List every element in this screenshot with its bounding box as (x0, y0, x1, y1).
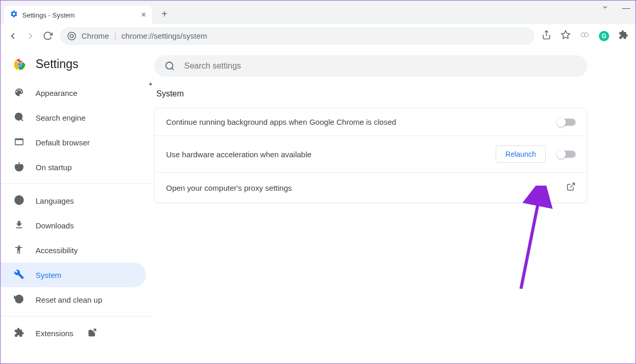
row-label: Continue running background apps when Go… (166, 118, 557, 126)
svg-line-18 (172, 68, 174, 70)
download-icon (14, 220, 24, 231)
sidebar-item-default-browser[interactable]: Default browser (1, 130, 146, 155)
svg-marker-3 (562, 31, 570, 39)
sidebar-item-label: On startup (36, 163, 72, 172)
back-button[interactable] (8, 31, 18, 41)
address-bar: Chrome | chrome://settings/system G (1, 24, 635, 48)
settings-row[interactable]: Open your computer's proxy settings (155, 173, 587, 203)
chrome-icon (67, 31, 76, 41)
new-tab-button[interactable]: + (161, 8, 168, 20)
sidebar-item-reset[interactable]: Reset and clean up (1, 287, 146, 312)
settings-row: Use hardware acceleration when available… (155, 136, 587, 173)
sidebar-item-label: Accessibility (36, 246, 78, 255)
svg-point-10 (15, 113, 22, 120)
browser-tab[interactable]: Settings - System × (4, 6, 152, 24)
external-link-icon (566, 182, 576, 193)
restore-icon (14, 294, 24, 306)
sidebar-item-on-startup[interactable]: On startup (1, 155, 146, 179)
sidebar-item-system[interactable]: System (1, 262, 146, 287)
sidebar-item-label: Appearance (36, 89, 77, 97)
settings-card: Continue running background apps when Go… (154, 108, 588, 203)
search-settings-box[interactable] (154, 55, 588, 77)
external-link-icon (88, 328, 97, 339)
svg-point-15 (18, 245, 20, 246)
sidebar-item-label: Reset and clean up (36, 295, 102, 304)
scroll-up-icon[interactable]: ▲ (148, 80, 153, 86)
sidebar-item-label: Languages (36, 196, 74, 205)
sidebar-item-downloads[interactable]: Downloads (1, 213, 146, 238)
svg-line-11 (21, 119, 23, 121)
forward-button[interactable] (25, 31, 36, 41)
browser-icon (14, 137, 24, 148)
wrench-icon (14, 269, 24, 281)
row-label: Use hardware acceleration when available (166, 150, 496, 159)
svg-point-9 (18, 63, 21, 65)
sidebar-item-label: Search engine (36, 113, 86, 122)
row-label: Open your computer's proxy settings (166, 184, 566, 192)
sidebar-item-label: Downloads (36, 221, 74, 230)
reload-button[interactable] (43, 31, 53, 41)
settings-row: Continue running background apps when Go… (155, 108, 587, 136)
power-icon (14, 161, 24, 173)
main-content: System Continue running background apps … (154, 48, 635, 363)
tab-title: Settings - System (22, 11, 137, 19)
close-tab-icon[interactable]: × (141, 10, 146, 20)
sidebar-item-extensions[interactable]: Extensions (1, 321, 146, 345)
svg-point-17 (166, 62, 173, 69)
gear-icon (10, 10, 18, 20)
sidebar-item-label: Extensions (36, 329, 73, 338)
sidebar-item-search-engine[interactable]: Search engine (1, 105, 146, 130)
sidebar-item-accessibility[interactable]: Accessibility (1, 238, 146, 262)
palette-icon (14, 87, 24, 99)
bookmark-icon[interactable] (561, 30, 570, 42)
sidebar: Settings ▲ AppearanceSearch engineDefaul… (1, 48, 154, 363)
toggle-switch[interactable] (557, 151, 576, 158)
sidebar-item-label: System (36, 271, 61, 279)
extension-cloud-icon[interactable] (580, 30, 590, 42)
toggle-switch[interactable] (557, 119, 576, 126)
accessibility-icon (14, 244, 24, 256)
chrome-logo-icon (13, 58, 26, 71)
puzzle-icon (14, 327, 24, 339)
window-controls: — (601, 4, 630, 13)
svg-point-1 (70, 35, 73, 38)
globe-icon (14, 195, 24, 207)
puzzle-icon[interactable] (618, 30, 628, 42)
search-icon (165, 61, 175, 71)
sidebar-item-appearance[interactable]: Appearance (1, 80, 146, 105)
relaunch-button[interactable]: Relaunch (496, 145, 546, 163)
sidebar-item-languages[interactable]: Languages (1, 188, 146, 213)
search-input[interactable] (184, 61, 577, 71)
page-title: Settings (36, 57, 78, 71)
grammarly-icon[interactable]: G (599, 31, 609, 41)
search-icon (14, 112, 24, 124)
chevron-down-icon[interactable] (601, 4, 609, 13)
minimize-icon[interactable]: — (622, 4, 630, 13)
sidebar-item-label: Default browser (36, 138, 90, 147)
svg-point-0 (68, 32, 76, 40)
svg-line-19 (570, 183, 575, 187)
url-path: chrome://settings/system (122, 31, 207, 40)
share-icon[interactable] (542, 30, 551, 42)
tab-bar: Settings - System × + — (1, 1, 635, 24)
url-label: Chrome (81, 31, 109, 40)
url-box[interactable]: Chrome | chrome://settings/system (60, 27, 534, 45)
section-title: System (154, 89, 628, 98)
